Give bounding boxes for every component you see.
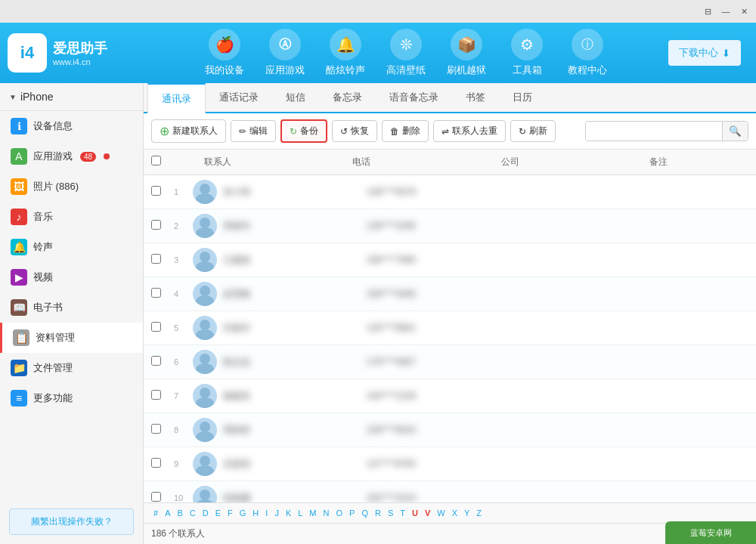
alpha-char-Q[interactable]: Q xyxy=(359,507,370,519)
sidebar-item-file-mgmt[interactable]: 📁 文件管理 xyxy=(0,353,143,383)
search-button[interactable]: 🔍 xyxy=(722,122,748,141)
row-checkbox[interactable] xyxy=(151,458,174,470)
refresh-button[interactable]: ↻ 刷新 xyxy=(510,120,556,142)
alpha-char-U[interactable]: U xyxy=(410,507,420,519)
table-row[interactable]: 5 刘德华 135****8901 xyxy=(144,311,756,345)
delete-button[interactable]: 🗑 删除 xyxy=(382,120,429,142)
alpha-char-B[interactable]: B xyxy=(175,507,184,519)
edit-button[interactable]: ✏ 编辑 xyxy=(231,120,276,142)
alpha-char-V[interactable]: V xyxy=(423,507,432,519)
alpha-char-R[interactable]: R xyxy=(373,507,383,519)
alpha-char-F[interactable]: F xyxy=(225,507,235,519)
restore-button[interactable]: ↺ 恢复 xyxy=(332,120,377,142)
sidebar-item-app-games[interactable]: A 应用游戏 48 xyxy=(0,141,143,172)
alpha-char-T[interactable]: T xyxy=(398,507,407,519)
row-checkbox[interactable] xyxy=(151,220,174,232)
alpha-char-M[interactable]: M xyxy=(307,507,318,519)
alpha-char-C[interactable]: C xyxy=(187,507,198,519)
alpha-char-Z[interactable]: Z xyxy=(474,507,484,519)
alpha-char-Y[interactable]: Y xyxy=(462,507,472,519)
alpha-char-X[interactable]: X xyxy=(450,507,460,519)
avatar-col-header xyxy=(174,156,204,168)
nav-wallpaper[interactable]: ❊ 高清壁纸 xyxy=(383,29,429,77)
sidebar-item-photos[interactable]: 🖼 照片 (886) xyxy=(0,172,143,202)
app-games-badge: 48 xyxy=(80,152,96,162)
tab-call-log[interactable]: 通话记录 xyxy=(206,83,272,112)
sidebar-item-ebooks[interactable]: 📖 电子书 xyxy=(0,292,143,323)
alpha-char-J[interactable]: J xyxy=(272,507,281,519)
alpha-char-O[interactable]: O xyxy=(333,507,345,519)
sidebar-item-music[interactable]: ♪ 音乐 xyxy=(0,202,143,232)
edit-icon: ✏ xyxy=(239,126,246,137)
row-checkbox[interactable] xyxy=(151,492,174,502)
alpha-char-D[interactable]: D xyxy=(200,507,211,519)
alpha-char-A[interactable]: A xyxy=(163,507,172,519)
alpha-char-W[interactable]: W xyxy=(435,507,447,519)
alpha-char-K[interactable]: K xyxy=(284,507,293,519)
alpha-char-#[interactable]: # xyxy=(151,507,160,519)
alpha-char-G[interactable]: G xyxy=(237,507,249,519)
tab-memo[interactable]: 备忘录 xyxy=(319,83,376,112)
table-row[interactable]: 1 张小明 138****5678 xyxy=(144,175,756,209)
nav-my-device[interactable]: 🍎 我的设备 xyxy=(202,29,247,77)
close-btn[interactable]: ✕ xyxy=(738,5,750,17)
table-row[interactable]: 10 徐丽娜 182****3210 xyxy=(144,481,756,502)
alpha-char-N[interactable]: N xyxy=(321,507,332,519)
select-all-checkbox[interactable] xyxy=(151,156,161,165)
tab-sms[interactable]: 短信 xyxy=(272,83,319,112)
search-input[interactable] xyxy=(586,122,722,141)
alpha-char-H[interactable]: H xyxy=(250,507,261,519)
nav-jailbreak[interactable]: 📦 刷机越狱 xyxy=(444,29,489,77)
table-row[interactable]: 6 陈志远 176****4567 xyxy=(144,345,756,379)
contact-phone: 158****3456 xyxy=(367,289,510,299)
company-col-header: 公司 xyxy=(501,156,649,168)
row-checkbox[interactable] xyxy=(151,254,174,266)
move-contacts-button[interactable]: ⇌ 联系人去重 xyxy=(433,120,506,142)
nav-tutorials[interactable]: ⓘ 教程中心 xyxy=(565,29,610,77)
restore-btn[interactable]: — xyxy=(720,5,732,17)
row-checkbox[interactable] xyxy=(151,322,174,334)
alpha-char-S[interactable]: S xyxy=(386,507,395,519)
sidebar-item-ringtones[interactable]: 🔔 铃声 xyxy=(0,232,143,262)
table-row[interactable]: 9 吴国强 137****8765 xyxy=(144,447,756,481)
row-checkbox[interactable] xyxy=(151,186,174,198)
check-all[interactable] xyxy=(151,156,174,168)
faq-button[interactable]: 频繁出现操作失败？ xyxy=(9,508,134,535)
contact-name: 王建国 xyxy=(223,254,367,267)
nav-tools[interactable]: ⚙ 工具箱 xyxy=(504,29,550,77)
new-contact-button[interactable]: ⊕ 新建联系人 xyxy=(151,119,226,143)
contact-avatar xyxy=(193,282,223,306)
svg-point-18 xyxy=(200,490,210,500)
download-arrow-icon: ⬇ xyxy=(722,48,730,59)
sidebar-item-device-info[interactable]: ℹ 设备信息 xyxy=(0,111,143,141)
move-contacts-label: 联系人去重 xyxy=(452,125,497,138)
table-row[interactable]: 4 赵雪梅 158****3456 xyxy=(144,277,756,311)
table-row[interactable]: 8 周婷婷 159****6543 xyxy=(144,413,756,447)
tab-contacts[interactable]: 通讯录 xyxy=(147,83,206,113)
nav-ringtones-label: 酷炫铃声 xyxy=(326,63,365,77)
nav-app-games[interactable]: Ⓐ 应用游戏 xyxy=(262,29,308,77)
minimize-btn[interactable]: ⊟ xyxy=(702,5,714,17)
sidebar-item-video[interactable]: ▶ 视频 xyxy=(0,262,143,292)
table-row[interactable]: 2 李晓华 139****2345 xyxy=(144,209,756,243)
tab-bookmarks[interactable]: 书签 xyxy=(452,83,499,112)
alpha-char-E[interactable]: E xyxy=(213,507,223,519)
nav-app-games-label: 应用游戏 xyxy=(265,63,305,77)
nav-ringtones[interactable]: 🔔 酷炫铃声 xyxy=(323,29,368,77)
table-row[interactable]: 3 王建国 186****7890 xyxy=(144,243,756,277)
row-checkbox[interactable] xyxy=(151,390,174,402)
row-checkbox[interactable] xyxy=(151,424,174,436)
row-checkbox[interactable] xyxy=(151,356,174,368)
tab-calendar[interactable]: 日历 xyxy=(499,83,546,112)
sidebar-item-data-mgmt[interactable]: 📋 资料管理 xyxy=(0,323,143,353)
my-device-icon: 🍎 xyxy=(209,29,240,60)
sidebar-item-more[interactable]: ≡ 更多功能 xyxy=(0,383,143,413)
alpha-char-I[interactable]: I xyxy=(263,507,270,519)
backup-button[interactable]: ↻ 备份 xyxy=(280,119,327,143)
alpha-char-L[interactable]: L xyxy=(296,507,305,519)
download-btn[interactable]: 下载中心 ⬇ xyxy=(668,40,741,66)
tab-voice-memo[interactable]: 语音备忘录 xyxy=(376,83,452,112)
alpha-char-P[interactable]: P xyxy=(347,507,357,519)
table-row[interactable]: 7 杨晓燕 183****2109 xyxy=(144,379,756,413)
row-checkbox[interactable] xyxy=(151,288,174,300)
